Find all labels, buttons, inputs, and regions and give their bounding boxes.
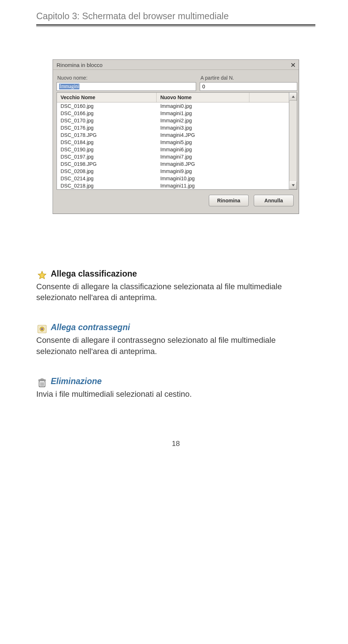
cell-old-name: DSC_0218.jpg xyxy=(57,182,157,189)
table-row[interactable]: DSC_0208.jpgImmagini9.jpg xyxy=(57,168,289,175)
new-name-label: Nuovo nome: xyxy=(57,75,196,81)
cell-new-name: Immagini6.jpg xyxy=(157,146,289,153)
section-title: Allega contrassegni xyxy=(51,322,130,333)
cell-old-name: DSC_0214.jpg xyxy=(57,175,157,182)
cell-old-name: DSC_0160.jpg xyxy=(57,102,157,110)
tag-icon xyxy=(36,323,48,335)
table-row[interactable]: DSC_0197.jpgImmagini7.jpg xyxy=(57,153,289,160)
table-row[interactable]: DSC_0198.JPGImmagini8.JPG xyxy=(57,160,289,168)
scroll-up-icon[interactable] xyxy=(289,93,297,101)
new-name-input[interactable]: Immagini xyxy=(57,82,196,91)
rename-table: Vecchio Nome Nuovo Nome DSC_0160.jpgImma… xyxy=(57,92,289,190)
trash-icon xyxy=(36,377,48,389)
divider xyxy=(36,24,315,26)
col-old-name[interactable]: Vecchio Nome xyxy=(57,93,157,102)
section-attach-tags: Allega contrassegni Consente di allegare… xyxy=(36,322,315,357)
section-body: Consente di allegare il contrassegno sel… xyxy=(36,335,315,357)
section-delete: Eliminazione Invia i file multimediali s… xyxy=(36,376,315,400)
cell-old-name: DSC_0184.jpg xyxy=(57,139,157,146)
cell-new-name: Immagini9.jpg xyxy=(157,168,289,175)
cell-old-name: DSC_0170.jpg xyxy=(57,117,157,124)
page-number: 18 xyxy=(36,439,315,448)
cell-old-name: DSC_0197.jpg xyxy=(57,153,157,160)
col-spacer xyxy=(249,93,289,102)
chapter-header: Capitolo 3: Schermata del browser multim… xyxy=(36,11,315,21)
cell-new-name: Immagini8.JPG xyxy=(157,160,289,168)
section-body: Consente di allegare la classificazione … xyxy=(36,281,315,303)
table-row[interactable]: DSC_0178.JPGImmagini4.JPG xyxy=(57,131,289,139)
section-title: Eliminazione xyxy=(51,376,102,387)
cell-new-name: Immagini5.jpg xyxy=(157,139,289,146)
rename-dialog: Rinomina in blocco ✕ Nuovo nome: Immagin… xyxy=(53,59,299,214)
cell-old-name: DSC_0208.jpg xyxy=(57,168,157,175)
svg-rect-4 xyxy=(41,379,44,380)
scrollbar[interactable] xyxy=(289,92,297,190)
table-row[interactable]: DSC_0176.jpgImmagini3.jpg xyxy=(57,124,289,131)
cell-new-name: Immagini3.jpg xyxy=(157,124,289,131)
cell-old-name: DSC_0178.JPG xyxy=(57,131,157,139)
section-attach-rating: Allega classificazione Consente di alleg… xyxy=(36,268,315,303)
divider xyxy=(36,26,315,27)
star-icon xyxy=(36,270,48,281)
cell-old-name: DSC_0198.JPG xyxy=(57,160,157,168)
dialog-titlebar: Rinomina in blocco ✕ xyxy=(53,60,299,70)
scroll-down-icon[interactable] xyxy=(289,181,297,189)
cell-new-name: Immagini7.jpg xyxy=(157,153,289,160)
table-row[interactable]: DSC_0170.jpgImmagini2.jpg xyxy=(57,117,289,124)
cell-new-name: Immagini2.jpg xyxy=(157,117,289,124)
close-icon[interactable]: ✕ xyxy=(290,63,296,68)
cell-new-name: Immagini11.jpg xyxy=(157,182,289,189)
table-row[interactable]: DSC_0190.jpgImmagini6.jpg xyxy=(57,146,289,153)
section-title: Allega classificazione xyxy=(51,268,137,280)
table-row[interactable]: DSC_0166.jpgImmagini1.jpg xyxy=(57,110,289,117)
cell-new-name: Immagini1.jpg xyxy=(157,110,289,117)
table-row[interactable]: DSC_0184.jpgImmagini5.jpg xyxy=(57,139,289,146)
cancel-button[interactable]: Annulla xyxy=(254,195,294,206)
rename-button[interactable]: Rinomina xyxy=(209,195,249,206)
cell-new-name: Immagini0.jpg xyxy=(157,102,289,110)
start-number-label: A partire dal N. xyxy=(200,75,297,81)
cell-old-name: DSC_0166.jpg xyxy=(57,110,157,117)
table-row[interactable]: DSC_0160.jpgImmagini0.jpg xyxy=(57,102,289,110)
start-number-input[interactable] xyxy=(200,82,297,91)
table-row[interactable]: DSC_0214.jpgImmagini10.jpg xyxy=(57,175,289,182)
cell-new-name: Immagini10.jpg xyxy=(157,175,289,182)
col-new-name[interactable]: Nuovo Nome xyxy=(157,93,249,102)
section-body: Invia i file multimediali selezionati al… xyxy=(36,389,315,400)
cell-old-name: DSC_0176.jpg xyxy=(57,124,157,131)
table-row[interactable]: DSC_0218.jpgImmagini11.jpg xyxy=(57,182,289,189)
cell-old-name: DSC_0190.jpg xyxy=(57,146,157,153)
table-header: Vecchio Nome Nuovo Nome xyxy=(57,93,289,102)
dialog-title: Rinomina in blocco xyxy=(57,62,103,68)
cell-new-name: Immagini4.JPG xyxy=(157,131,289,139)
scroll-track[interactable] xyxy=(289,101,297,181)
